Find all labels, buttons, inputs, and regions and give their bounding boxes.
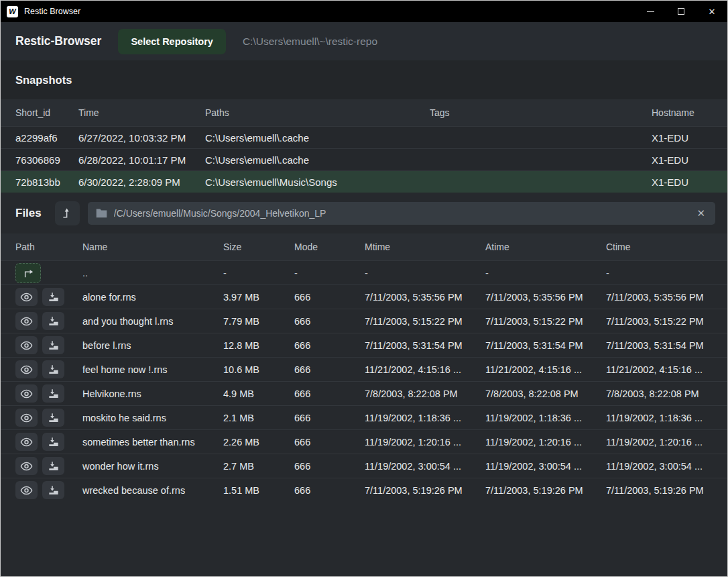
file-mode: -	[294, 268, 365, 278]
eye-icon	[20, 292, 33, 303]
restore-file-button[interactable]	[42, 481, 64, 499]
file-size: -	[223, 268, 294, 278]
file-mtime: -	[365, 268, 485, 278]
file-row: and you thought l.rns 7.79 MB 666 7/11/2…	[1, 309, 727, 333]
parent-directory-row: .. - - - - -	[1, 260, 727, 284]
file-ctime: 11/19/2002, 1:20:16 ...	[606, 437, 727, 448]
snapshot-time: 6/28/2022, 10:01:17 PM	[78, 154, 205, 166]
download-icon	[48, 413, 59, 423]
eye-icon	[20, 437, 33, 448]
restore-file-button[interactable]	[42, 312, 64, 330]
file-name: Helvikone.rns	[82, 388, 223, 399]
file-row: moskito he said.rns 2.1 MB 666 11/19/200…	[1, 405, 727, 429]
file-row: sometimes better than.rns 2.26 MB 666 11…	[1, 429, 727, 454]
file-ctime: 11/19/2002, 1:18:36 ...	[606, 413, 727, 423]
file-mode: 666	[294, 461, 365, 472]
snapshot-time: 6/27/2022, 10:03:32 PM	[78, 132, 205, 144]
file-atime: 7/11/2003, 5:15:22 PM	[485, 316, 606, 327]
file-atime: 7/11/2003, 5:31:54 PM	[485, 340, 606, 351]
file-ctime: 7/11/2003, 5:19:26 PM	[606, 485, 727, 496]
file-name: wrecked because of.rns	[82, 485, 223, 496]
col-hostname: Hostname	[652, 107, 727, 118]
snapshot-short-id: 76306869	[15, 154, 78, 166]
file-ctime: 11/21/2002, 4:15:16 ...	[606, 364, 727, 375]
restore-file-button[interactable]	[42, 336, 64, 354]
preview-file-button[interactable]	[15, 336, 38, 354]
file-ctime: 7/11/2003, 5:31:54 PM	[606, 340, 727, 351]
goto-root-button[interactable]	[55, 201, 80, 225]
file-mode: 666	[294, 437, 365, 448]
snapshot-hostname: X1-EDU	[652, 176, 727, 188]
restore-file-button[interactable]	[42, 384, 64, 403]
preview-file-button[interactable]	[15, 409, 38, 427]
repository-path: C:\Users\emuell\~\restic-repo	[243, 36, 377, 48]
file-size: 1.51 MB	[223, 485, 294, 496]
col-size: Size	[223, 242, 294, 252]
file-size: 7.79 MB	[223, 316, 294, 327]
preview-file-button[interactable]	[15, 384, 38, 403]
close-button[interactable]: ✕	[696, 1, 727, 22]
restore-file-button[interactable]	[42, 409, 64, 427]
file-atime: 11/19/2002, 3:00:54 ...	[485, 461, 606, 472]
files-title: Files	[15, 207, 42, 220]
col-name: Name	[82, 242, 223, 252]
titlebar-left: W Restic Browser	[7, 6, 80, 17]
preview-file-button[interactable]	[15, 288, 38, 306]
restore-file-button[interactable]	[42, 360, 64, 378]
preview-file-button[interactable]	[15, 433, 38, 451]
clear-path-button[interactable]: ✕	[694, 207, 707, 219]
file-mtime: 11/19/2002, 1:18:36 ...	[365, 413, 485, 423]
snapshots-table-header: Short_id Time Paths Tags Hostname	[1, 99, 727, 126]
col-path: Path	[15, 242, 82, 252]
snapshot-row-selected[interactable]: 72b813bb 6/30/2022, 2:28:09 PM C:\Users\…	[1, 170, 727, 193]
select-repository-button[interactable]: Select Repository	[118, 29, 226, 54]
download-icon	[48, 437, 59, 448]
minimize-button[interactable]	[635, 1, 666, 22]
download-icon	[48, 461, 59, 472]
snapshot-paths: C:\Users\emuell\Music\Songs	[205, 176, 430, 188]
file-ctime: 7/8/2003, 8:22:08 PM	[606, 388, 727, 399]
file-size: 10.6 MB	[223, 364, 294, 375]
download-icon	[48, 388, 59, 399]
preview-file-button[interactable]	[15, 481, 38, 499]
app-header: Restic-Browser Select Repository C:\User…	[1, 22, 727, 60]
file-name: alone for.rns	[82, 292, 223, 303]
current-path-field[interactable]: /C/Users/emuell/Music/Songs/2004_Helveti…	[88, 202, 715, 225]
app-title: Restic-Browser	[15, 34, 101, 48]
file-mtime: 7/11/2003, 5:35:56 PM	[365, 292, 485, 303]
col-time: Time	[78, 107, 205, 118]
maximize-button[interactable]	[666, 1, 696, 22]
col-ctime: Ctime	[606, 242, 727, 252]
files-table-header: Path Name Size Mode Mtime Atime Ctime	[1, 233, 727, 260]
file-name: and you thought l.rns	[82, 316, 223, 327]
file-row: alone for.rns 3.97 MB 666 7/11/2003, 5:3…	[1, 284, 727, 309]
download-icon	[48, 316, 59, 327]
eye-icon	[20, 485, 33, 496]
col-mtime: Mtime	[365, 242, 485, 252]
col-mode: Mode	[294, 242, 365, 252]
maximize-icon	[678, 8, 684, 15]
wails-logo-icon: W	[7, 6, 18, 17]
file-mode: 666	[294, 485, 365, 496]
file-atime: -	[485, 268, 606, 278]
file-size: 4.9 MB	[223, 388, 294, 399]
file-row: before l.rns 12.8 MB 666 7/11/2003, 5:31…	[1, 333, 727, 357]
file-name: ..	[82, 268, 223, 278]
file-mtime: 7/11/2003, 5:15:22 PM	[365, 316, 485, 327]
col-tags: Tags	[430, 107, 652, 118]
restore-file-button[interactable]	[42, 457, 64, 475]
restore-file-button[interactable]	[42, 433, 64, 451]
snapshot-row[interactable]: a2299af6 6/27/2022, 10:03:32 PM C:\Users…	[1, 126, 727, 148]
restore-file-button[interactable]	[42, 288, 64, 306]
file-atime: 11/21/2002, 4:15:16 ...	[485, 364, 606, 375]
file-mtime: 11/19/2002, 1:20:16 ...	[365, 437, 485, 448]
snapshot-hostname: X1-EDU	[652, 154, 727, 166]
minimize-icon	[647, 11, 654, 12]
preview-file-button[interactable]	[15, 360, 38, 378]
snapshot-row[interactable]: 76306869 6/28/2022, 10:01:17 PM C:\Users…	[1, 148, 727, 170]
file-mode: 666	[294, 292, 365, 303]
file-mode: 666	[294, 388, 365, 399]
preview-file-button[interactable]	[15, 457, 38, 475]
preview-file-button[interactable]	[15, 312, 38, 330]
go-parent-button[interactable]	[15, 263, 41, 283]
